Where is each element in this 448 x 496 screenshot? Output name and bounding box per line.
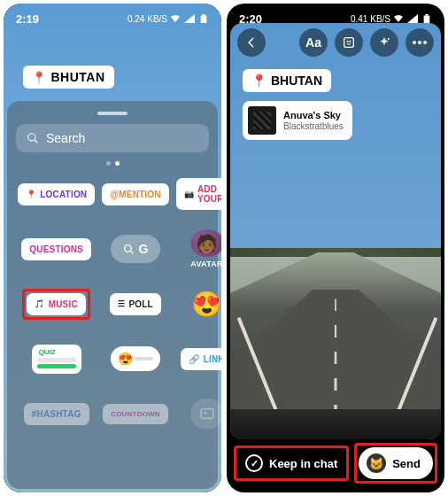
location-pin-icon: 📍 — [32, 71, 47, 84]
story-canvas[interactable]: Aa 📍 BHUTAN Anuva's Sky Blackstra — [230, 23, 441, 439]
addyours-sticker-btn[interactable]: 📷 ADD YOURS — [176, 178, 221, 210]
svg-point-13 — [388, 38, 390, 40]
search-icon — [27, 132, 39, 144]
link-icon: 🔗 — [189, 354, 199, 364]
cell: COUNTDOWN — [102, 394, 168, 433]
label: LINK — [204, 354, 221, 364]
avatar-sticker-btn[interactable]: 🧑🏾 — [190, 229, 221, 257]
album-art — [248, 106, 276, 135]
poll-icon: ☰ — [118, 299, 125, 308]
svg-rect-10 — [344, 38, 354, 48]
label: Keep in chat — [269, 457, 337, 470]
svg-rect-1 — [202, 14, 205, 16]
location-sticker[interactable]: 📍 BHUTAN — [23, 66, 114, 89]
status-icons — [393, 14, 432, 23]
sticker-sheet[interactable]: Search 📍 LOCATION @MENTION 📷 ADD YOURS — [7, 101, 218, 489]
battery-icon — [421, 14, 432, 23]
questions-sticker-btn[interactable]: QUESTIONS — [21, 238, 91, 260]
status-data: 0.24 KB/S — [127, 14, 167, 24]
cell: G — [102, 229, 168, 268]
send-button[interactable]: 🐱 Send — [359, 447, 433, 479]
status-icons — [170, 14, 209, 23]
label: G — [139, 242, 149, 256]
search-icon — [123, 244, 135, 255]
battery-icon — [198, 14, 209, 23]
location-sticker-btn[interactable]: 📍 LOCATION — [18, 183, 95, 205]
dashboard — [230, 409, 441, 439]
keep-in-chat-button[interactable]: ✓ Keep in chat — [238, 450, 344, 477]
label: POLL — [128, 299, 152, 309]
music-highlight: 🎵 MUSIC — [22, 289, 89, 320]
label: QUIZ — [37, 348, 76, 356]
location-pin-icon: 📍 — [251, 74, 266, 88]
svg-point-15 — [418, 41, 421, 44]
cell: 🧑🏾 AVATAR — [176, 229, 221, 268]
music-sticker[interactable]: Anuva's Sky Blackstratblues — [243, 101, 352, 140]
cell: 😍 — [176, 284, 221, 323]
slider-track — [135, 357, 153, 360]
cell: QUESTIONS — [18, 229, 95, 268]
svg-rect-0 — [201, 16, 207, 23]
signal-icon — [407, 14, 418, 23]
music-artist: Blackstratblues — [283, 121, 344, 132]
gif-sticker-btn[interactable]: G — [111, 235, 161, 263]
page-dots — [16, 152, 209, 171]
svg-line-3 — [35, 140, 38, 143]
avatar-face-icon: 🧑🏾 — [196, 233, 218, 254]
bar — [37, 358, 76, 362]
location-text: BHUTAN — [271, 74, 322, 88]
status-time: 2:20 — [239, 12, 262, 26]
hashtag-sticker-btn[interactable]: #HASHTAG — [24, 403, 89, 425]
status-data: 0.41 KB/S — [351, 14, 390, 24]
recipient-avatar: 🐱 — [367, 453, 386, 473]
label: LOCATION — [40, 190, 87, 199]
svg-rect-9 — [425, 14, 428, 16]
quiz-sticker-btn[interactable]: QUIZ — [32, 345, 81, 374]
send-highlight: 🐱 Send — [354, 443, 437, 484]
bottom-bar: ✓ Keep in chat 🐱 Send — [234, 443, 437, 484]
phone-left: 2:19 0.24 KB/S 📍 BHUTAN Search — [4, 4, 221, 492]
svg-point-12 — [349, 41, 351, 43]
cell: 📷 ADD YOURS — [176, 174, 221, 213]
keep-highlight: ✓ Keep in chat — [234, 446, 349, 481]
location-sticker[interactable]: 📍 BHUTAN — [243, 69, 331, 92]
sticker-icon — [342, 35, 356, 50]
mention-sticker-btn[interactable]: @MENTION — [102, 183, 168, 205]
search-placeholder: Search — [46, 131, 85, 145]
cell — [176, 394, 221, 433]
cell: 📍 LOCATION — [18, 174, 95, 213]
link-sticker-btn[interactable]: 🔗 LINK — [181, 348, 221, 370]
label: Send — [392, 457, 421, 470]
avatar-label: AVATAR — [190, 260, 221, 268]
label: MUSIC — [49, 299, 78, 309]
music-title: Anuva's Sky — [283, 110, 344, 121]
gallery-icon — [199, 406, 215, 422]
signal-icon — [184, 14, 195, 23]
music-icon: 🎵 — [35, 299, 44, 308]
emoji-sticker-btn[interactable]: 😍 — [191, 290, 221, 319]
svg-point-7 — [204, 412, 206, 415]
svg-point-11 — [347, 41, 349, 43]
photo-sticker-btn[interactable] — [190, 399, 221, 429]
wifi-icon — [393, 14, 404, 23]
dot-active — [115, 161, 120, 166]
camera-icon: 📷 — [184, 190, 194, 198]
sticker-grid: 📍 LOCATION @MENTION 📷 ADD YOURS QUESTION… — [16, 171, 209, 437]
dot — [106, 161, 111, 166]
svg-point-16 — [423, 41, 427, 44]
bar — [37, 364, 76, 368]
cell: ☰ POLL — [102, 284, 168, 323]
check-circle-icon: ✓ — [245, 454, 263, 472]
sparkle-icon — [377, 35, 391, 50]
poll-sticker-btn[interactable]: ☰ POLL — [110, 293, 161, 315]
music-sticker-btn[interactable]: 🎵 MUSIC — [27, 293, 85, 315]
more-icon — [413, 41, 427, 44]
cell: 🎵 MUSIC — [18, 284, 95, 323]
sheet-grabber[interactable] — [97, 112, 127, 115]
status-bar: 2:19 0.24 KB/S — [4, 4, 221, 34]
svg-line-5 — [130, 251, 133, 253]
cell: 😍 — [102, 339, 168, 378]
countdown-sticker-btn[interactable]: COUNTDOWN — [103, 404, 168, 424]
emoji-slider-btn[interactable]: 😍 — [111, 346, 160, 371]
search-input[interactable]: Search — [16, 124, 209, 152]
